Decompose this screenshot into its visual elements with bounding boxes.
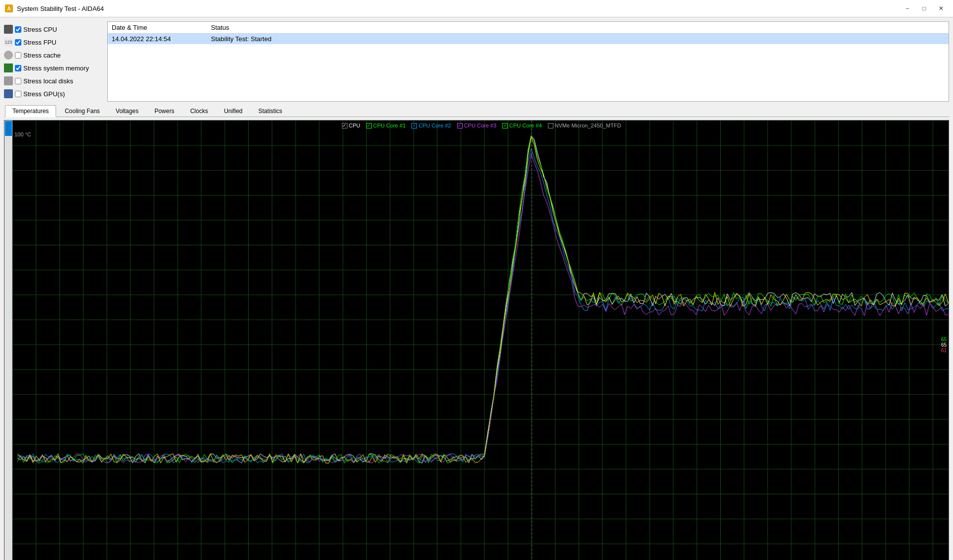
temp-val-1: 65 [941,337,947,342]
tab-temperatures[interactable]: Temperatures [5,105,56,117]
main-content: Stress CPU 123 Stress FPU Stress cache S… [0,17,953,560]
temp-y-top: 100 °C [14,131,31,137]
tabs-bar: Temperatures Cooling Fans Voltages Power… [4,105,949,117]
legend-cpu: ✓ CPU [342,123,360,128]
legend-core4-label: CPU Core #4 [509,123,542,128]
table-row: 14.04.2022 22:14:54 Stability Test: Star… [108,34,949,45]
log-status: Stability Test: Started [207,34,949,45]
stress-disks-checkbox[interactable] [15,78,21,84]
temperature-canvas [12,121,949,560]
cpu-icon [4,25,13,34]
stress-options-panel: Stress CPU 123 Stress FPU Stress cache S… [4,21,103,102]
legend-core2-check[interactable]: ✓ [411,123,417,128]
stress-fpu-label: Stress FPU [23,39,56,46]
cache-icon [4,51,13,60]
close-window-button[interactable]: ✕ [934,3,948,14]
window-title: System Stability Test - AIDA64 [17,5,900,12]
temp-values-right: 65 65 61 [941,337,947,353]
fpu-icon: 123 [4,38,13,47]
stress-memory-checkbox[interactable] [15,65,21,71]
gpu-icon [4,89,13,98]
legend-core1-check[interactable]: ✓ [366,123,372,128]
stress-gpus-checkbox[interactable] [15,91,21,97]
tab-voltages[interactable]: Voltages [108,105,146,117]
legend-core4-check[interactable]: ✓ [502,123,508,128]
legend-core2-label: CPU Core #2 [418,123,451,128]
tab-cooling-fans[interactable]: Cooling Fans [57,105,107,117]
stress-gpus-label: Stress GPU(s) [23,90,65,98]
legend-core3: ✓ CPU Core #3 [457,123,496,128]
scrollbar-thumb[interactable] [5,121,12,136]
stress-fpu-checkbox[interactable] [15,39,21,46]
stress-fpu-row: 123 Stress FPU [4,36,103,48]
memory-icon [4,63,13,72]
legend-nvme: NVMe Micron_2450_MTFD [548,123,621,128]
stress-cache-checkbox[interactable] [15,52,21,59]
legend-core4: ✓ CPU Core #4 [502,123,542,128]
tab-clocks[interactable]: Clocks [183,105,215,117]
legend-cpu-label: CPU [349,123,360,128]
legend-core1-label: CPU Core #1 [373,123,406,128]
top-section: Stress CPU 123 Stress FPU Stress cache S… [4,21,949,102]
window-controls: − □ ✕ [900,3,948,14]
stress-cache-label: Stress cache [23,52,61,59]
stress-cpu-checkbox[interactable] [15,26,21,33]
app-icon: A [5,4,13,12]
temp-chart-scrollbar[interactable] [4,121,12,560]
legend-core1: ✓ CPU Core #1 [366,123,406,128]
log-table: Date & Time Status 14.04.2022 22:14:54 S… [108,22,949,44]
temp-val-2: 65 [941,342,947,348]
log-datetime: 14.04.2022 22:14:54 [108,34,207,45]
tab-powers[interactable]: Powers [147,105,182,117]
legend-nvme-label: NVMe Micron_2450_MTFD [555,123,621,128]
log-col-datetime: Date & Time [108,22,207,34]
legend-core3-label: CPU Core #3 [464,123,496,128]
tab-statistics[interactable]: Statistics [251,105,290,117]
stress-memory-label: Stress system memory [23,64,89,72]
disk-icon [4,76,13,85]
stress-cpu-row: Stress CPU [4,23,103,35]
title-bar: A System Stability Test - AIDA64 − □ ✕ [0,0,953,17]
log-container: Date & Time Status 14.04.2022 22:14:54 S… [107,21,949,102]
temp-chart-legend: ✓ CPU ✓ CPU Core #1 ✓ CPU Core #2 [14,121,949,130]
maximize-button[interactable]: □ [917,3,931,14]
log-col-status: Status [207,22,949,34]
tab-unified[interactable]: Unified [216,105,250,117]
legend-core2: ✓ CPU Core #2 [411,123,451,128]
minimize-button[interactable]: − [900,3,914,14]
stress-cache-row: Stress cache [4,49,103,61]
temperature-chart-container: ✓ CPU ✓ CPU Core #1 ✓ CPU Core #2 [4,120,949,560]
legend-core3-check[interactable]: ✓ [457,123,463,128]
temp-val-3: 61 [941,348,947,353]
charts-area: ✓ CPU ✓ CPU Core #1 ✓ CPU Core #2 [4,120,949,560]
stress-memory-row: Stress system memory [4,62,103,74]
legend-cpu-check[interactable]: ✓ [342,123,347,128]
stress-disks-label: Stress local disks [23,77,73,85]
stress-disks-row: Stress local disks [4,75,103,87]
legend-nvme-check[interactable] [548,123,553,128]
stress-cpu-label: Stress CPU [23,26,57,33]
stress-gpus-row: Stress GPU(s) [4,88,103,100]
